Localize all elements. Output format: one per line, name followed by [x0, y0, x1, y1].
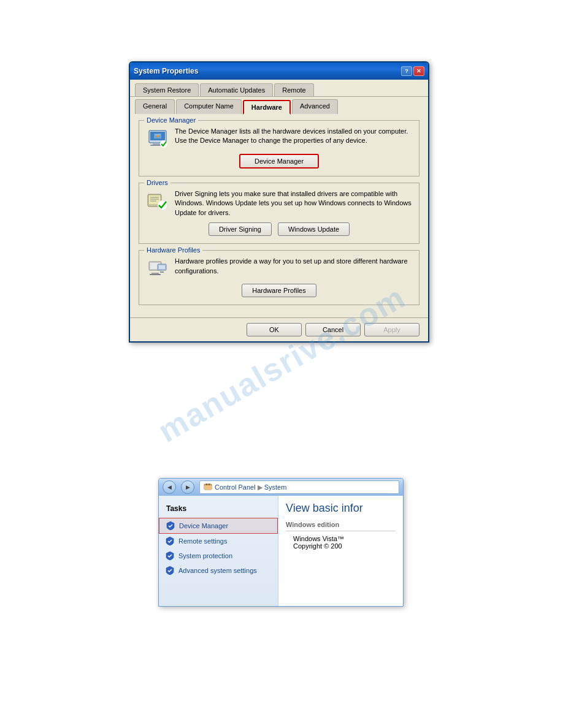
hw-profiles-row: Hardware profiles provide a way for you …: [147, 257, 412, 279]
sidebar-label-remote: Remote settings: [178, 537, 227, 545]
vista-titlebar: ◀ ▶ Control Panel ▶ System: [159, 479, 403, 496]
vista-sidebar: Tasks Device Manager Remote s: [159, 496, 278, 606]
breadcrumb-control-panel[interactable]: Control Panel: [215, 483, 256, 491]
driver-signing-button[interactable]: Driver Signing: [209, 222, 272, 236]
system-properties-dialog: System Properties ? ✕ System Restore Aut…: [129, 61, 429, 343]
hardware-profiles-description: Hardware profiles provide a way for you …: [175, 257, 412, 276]
windows-update-button[interactable]: Windows Update: [278, 222, 350, 236]
hw-profiles-btn-row: Hardware Profiles: [147, 284, 412, 297]
forward-button[interactable]: ▶: [181, 480, 194, 494]
sidebar-item-remote-settings[interactable]: Remote settings: [159, 534, 278, 548]
close-button[interactable]: ✕: [413, 66, 424, 76]
device-manager-section: Device Manager: [139, 120, 419, 176]
titlebar: System Properties ? ✕: [130, 63, 428, 80]
windows-edition-label: Windows edition: [286, 521, 396, 528]
drivers-section: Drivers Driver Signing lets you: [139, 183, 419, 244]
driver-icon: [147, 189, 169, 211]
svg-point-5: [156, 135, 159, 137]
drivers-label: Drivers: [144, 179, 170, 186]
svg-rect-19: [159, 265, 165, 269]
sidebar-label-advanced: Advanced system settings: [178, 567, 257, 574]
copyright-value: Copyright © 200: [293, 542, 396, 550]
tab-computer-name[interactable]: Computer Name: [176, 99, 242, 114]
help-button[interactable]: ?: [401, 66, 412, 76]
svg-rect-24: [209, 483, 210, 485]
drivers-row: Driver Signing lets you make sure that i…: [147, 189, 412, 218]
device-manager-btn-row: Device Manager: [147, 154, 412, 169]
breadcrumb-sep-1: ▶: [258, 483, 262, 491]
tab-advanced[interactable]: Advanced: [292, 99, 338, 114]
windows-edition-value: Windows Vista™: [293, 535, 396, 542]
hardware-profiles-button[interactable]: Hardware Profiles: [242, 284, 316, 297]
shield-icon-protection: [165, 551, 175, 561]
dialog-footer: OK Cancel Apply: [130, 317, 428, 341]
device-manager-row: The Device Manager lists all the hardwar…: [147, 127, 412, 149]
shield-icon-remote: [165, 536, 175, 546]
svg-rect-17: [150, 274, 161, 275]
tab-system-restore[interactable]: System Restore: [135, 83, 199, 96]
cancel-button[interactable]: Cancel: [305, 323, 361, 336]
shield-icon-advanced: [165, 566, 175, 575]
tab-hardware[interactable]: Hardware: [243, 100, 291, 115]
window-controls: ? ✕: [401, 66, 424, 76]
tabs-top-row: System Restore Automatic Updates Remote: [130, 80, 428, 97]
device-manager-button[interactable]: Device Manager: [239, 154, 319, 169]
address-bar[interactable]: Control Panel ▶ System: [199, 480, 399, 494]
sidebar-title: Tasks: [159, 502, 278, 518]
shield-icon-device-manager: [166, 521, 175, 531]
sidebar-label-protection: System protection: [178, 552, 232, 559]
hardware-profiles-label: Hardware Profiles: [144, 246, 202, 254]
sidebar-item-device-manager[interactable]: Device Manager: [159, 518, 278, 534]
svg-rect-20: [160, 271, 164, 273]
svg-rect-16: [151, 273, 159, 274]
dialog-content: Device Manager: [130, 114, 428, 317]
edition-divider: [286, 531, 396, 531]
vista-main: View basic infor Windows edition Windows…: [278, 496, 403, 606]
device-manager-description: The Device Manager lists all the hardwar…: [175, 127, 412, 146]
back-button[interactable]: ◀: [163, 480, 176, 494]
sidebar-item-advanced-settings[interactable]: Advanced system settings: [159, 563, 278, 578]
svg-rect-22: [204, 485, 212, 490]
svg-rect-23: [206, 483, 207, 485]
tab-general[interactable]: General: [135, 99, 175, 114]
tab-remote[interactable]: Remote: [274, 83, 314, 96]
main-title: View basic infor: [286, 502, 396, 515]
vista-content: Tasks Device Manager Remote s: [159, 496, 403, 606]
hardware-profiles-icon: [147, 257, 169, 279]
device-manager-icon: [147, 127, 169, 149]
dialog-title: System Properties: [134, 67, 198, 75]
vista-control-panel: ◀ ▶ Control Panel ▶ System Tasks: [158, 478, 404, 607]
address-icon: [204, 482, 215, 492]
device-manager-label: Device Manager: [144, 116, 198, 124]
sidebar-item-system-protection[interactable]: System protection: [159, 548, 278, 563]
tabs-bottom-row: General Computer Name Hardware Advanced: [130, 97, 428, 114]
ok-button[interactable]: OK: [247, 323, 302, 336]
apply-button[interactable]: Apply: [364, 323, 419, 336]
breadcrumb-system[interactable]: System: [264, 483, 287, 491]
tab-automatic-updates[interactable]: Automatic Updates: [200, 83, 273, 96]
drivers-description: Driver Signing lets you make sure that i…: [175, 189, 412, 218]
sidebar-label-device-manager: Device Manager: [179, 522, 228, 529]
drivers-btn-row: Driver Signing Windows Update: [147, 222, 412, 236]
hardware-profiles-section: Hardware Profiles Hardware profiles prov…: [139, 250, 419, 305]
